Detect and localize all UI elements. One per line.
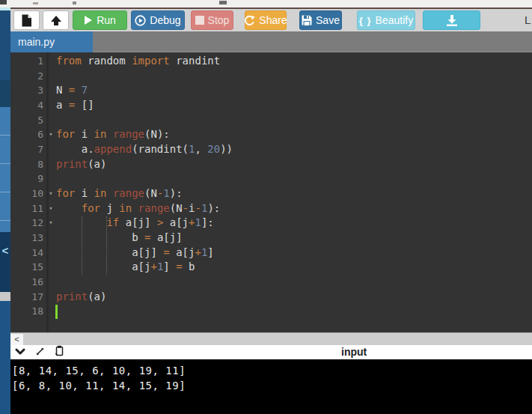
code-line[interactable]: 15 a[j+1] = b [10, 260, 532, 275]
code-line[interactable]: 4a = [] [10, 98, 532, 113]
code-line[interactable]: 16 [10, 275, 532, 290]
code-token [106, 128, 112, 140]
code-token: random [82, 55, 132, 67]
code-line[interactable]: 12▾ if a[j] > a[j+1]: [10, 216, 532, 231]
code-token: range [113, 187, 144, 199]
fold-arrow-icon[interactable]: ▾ [46, 127, 56, 142]
code-line[interactable]: 8print(a) [10, 157, 532, 172]
code-line[interactable]: 14 a[j] = a[j+1] [10, 246, 532, 261]
code-token: = [163, 246, 169, 258]
line-number: 4 [10, 98, 43, 113]
debug-icon [135, 15, 146, 26]
code-token: range [113, 128, 144, 140]
line-number: 3 [10, 83, 43, 98]
sidebar-panel-item[interactable] [0, 80, 10, 107]
sidebar-panel-item[interactable] [0, 10, 10, 80]
collapse-chevron-icon [15, 346, 25, 359]
play-icon [84, 15, 93, 25]
sidebar-panel-item[interactable] [0, 232, 10, 292]
save-button[interactable]: Save [299, 10, 342, 30]
code-token: in [119, 202, 132, 214]
line-number: 1 [10, 54, 43, 69]
download-icon [446, 15, 458, 26]
code-token: a [56, 99, 69, 111]
code-token: for [82, 202, 100, 214]
ide-window: RunDebugStopShareSave{ }Beautify L main.… [0, 0, 532, 414]
code-line[interactable]: 1from random import randint [10, 54, 532, 69]
braces-icon: { } [359, 15, 372, 26]
fold-arrow-icon[interactable]: ▾ [46, 186, 56, 201]
toolbar: RunDebugStopShareSave{ }Beautify L [0, 9, 532, 31]
code-token: a[j] [56, 246, 163, 258]
line-number: 9 [10, 171, 43, 186]
indent-guide [82, 216, 82, 276]
code-token: a. [56, 143, 94, 155]
line-number: 13 [10, 231, 43, 246]
console-collapse-button[interactable] [13, 347, 27, 358]
share-icon [244, 15, 255, 26]
share-button-label: Share [259, 14, 287, 26]
code-token: (N [144, 187, 157, 199]
code-line[interactable]: 11▾ for j in range(N-i-1): [10, 201, 532, 216]
code-token: for [56, 128, 75, 140]
code-line[interactable]: 3N = 7 [10, 83, 532, 98]
sidebar-panel-item[interactable] [0, 292, 10, 301]
sidebar-collapse-chevron[interactable]: < [0, 244, 10, 257]
share-button[interactable]: Share [245, 10, 287, 30]
code-line[interactable]: 13 b = a[j] [10, 231, 532, 246]
code-line[interactable]: 17print(a) [10, 290, 532, 305]
code-lines: 1from random import randint23N = 74a = [… [10, 54, 532, 319]
line-number: 12 [10, 216, 43, 231]
sidebar-panel-item[interactable] [0, 164, 10, 192]
code-line[interactable]: 9 [10, 171, 532, 186]
code-line[interactable]: 6▾for i in range(N): [10, 127, 532, 142]
tab-main-py[interactable]: main.py [10, 31, 93, 52]
code-token: ] [163, 261, 176, 273]
code-line[interactable]: 18 [10, 304, 532, 319]
run-button[interactable]: Run [73, 10, 127, 30]
code-token [56, 202, 82, 214]
code-token: a[j] [119, 216, 157, 228]
code-token: a[j] [150, 231, 182, 243]
code-line[interactable]: 2 [10, 69, 532, 84]
fold-arrow-icon[interactable]: ▾ [46, 216, 56, 231]
text-cursor [55, 305, 58, 319]
code-token: (a) [88, 158, 106, 170]
beautify-button[interactable]: { }Beautify [357, 10, 415, 30]
code-line[interactable]: 7 a.append(randint(1, 20)) [10, 142, 532, 157]
line-number: 5 [10, 113, 43, 128]
sidebar-panel-item[interactable] [0, 301, 10, 414]
code-token: range [138, 202, 170, 214]
new-file-button[interactable] [13, 10, 40, 30]
debug-button[interactable]: Debug [131, 10, 185, 30]
code-line[interactable]: 10▾for i in range(N-1): [10, 186, 532, 201]
scrollbar-left-arrow[interactable]: < [10, 334, 23, 345]
console-paste-button[interactable] [52, 347, 66, 358]
code-editor[interactable]: 1from random import randint23N = 74a = [… [10, 52, 532, 332]
code-token: 1 [163, 187, 169, 199]
line-number: 2 [10, 69, 43, 84]
line-number: 15 [10, 260, 43, 275]
code-token [106, 187, 112, 199]
sidebar-panel-item[interactable] [0, 136, 10, 164]
upload-arrow-icon [50, 15, 62, 26]
sidebar-panel-item[interactable] [0, 192, 10, 221]
console-output[interactable]: [8, 14, 15, 6, 10, 19, 11][6, 8, 10, 11,… [10, 359, 532, 414]
line-number: 8 [10, 157, 43, 172]
open-file-button[interactable] [43, 10, 69, 30]
code-token: a[j [163, 216, 189, 228]
fold-arrow-icon[interactable]: ▾ [46, 201, 56, 216]
line-number: 14 [10, 246, 43, 261]
code-token: a[j [56, 261, 150, 273]
browser-artifact [219, 1, 227, 4]
line-number: 11 [10, 201, 43, 216]
code-line[interactable]: 5 [10, 113, 532, 128]
stop-button[interactable]: Stop [191, 10, 233, 30]
sidebar-panel-item[interactable] [0, 221, 10, 232]
editor-horizontal-scrollbar[interactable]: < [10, 332, 532, 345]
download-button[interactable] [423, 10, 480, 30]
console-expand-button[interactable] [33, 347, 46, 358]
sidebar-panel-item[interactable] [0, 107, 10, 136]
code-token: in [94, 128, 107, 140]
code-token: for [56, 187, 75, 199]
